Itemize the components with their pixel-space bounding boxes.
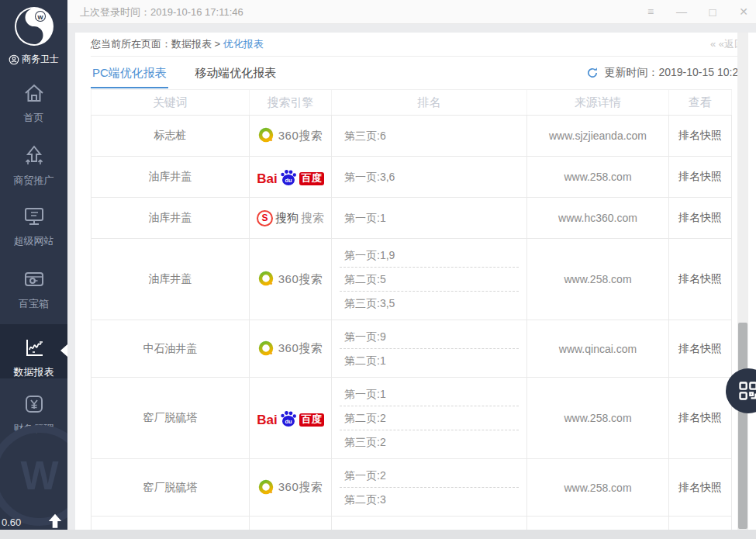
rank-cell: 第一页:9第二页:1 [331,320,526,377]
svg-text:du: du [285,177,292,184]
col-header-engine: 搜索引擎 [249,90,331,115]
sidebar-item-reports[interactable]: 数据报表 [0,324,67,378]
brand-name: 商务卫士 [22,53,59,66]
table-row: 标志桩360搜索第三页:6www.sjzjieanda.com排名快照 [91,116,732,157]
breadcrumb: 您当前所在页面：数据报表 > 优化报表 « «返回 [91,33,744,57]
keyword-cell: 油库井盖 [91,239,249,320]
svg-text:w: w [36,13,43,21]
keyword-cell: 脱硫净化塔 [91,517,249,530]
sidebar-item-label: 百宝箱 [19,298,49,309]
vertical-scrollbar[interactable] [737,33,748,530]
snapshot-link[interactable]: 排名快照 [668,198,732,238]
snapshot-link[interactable]: 排名快照 [668,239,732,320]
engine-logo-360: 360搜索 [258,340,323,358]
sidebar-item-promotion[interactable]: 商贸推广 [0,143,67,188]
breadcrumb-current[interactable]: 优化报表 [223,38,264,50]
source-link[interactable]: www.258.com [526,517,668,530]
rank-value: 第一页:2 [340,464,519,487]
engine-cell: 360搜索 [249,320,331,377]
report-table: 关键词 搜索引擎 排名 来源详情 查看 标志桩360搜索第三页:6www.sjz… [91,89,732,530]
engine-cell: Baidu百度 [249,157,331,197]
snapshot-link[interactable]: 排名快照 [668,517,732,530]
engine-cell: 360搜索 [249,239,331,320]
rank-cell: 第二页:10 [331,517,526,530]
snapshot-link[interactable]: 排名快照 [668,320,732,377]
engine-cell: 360搜索 [249,116,331,156]
rank-value: 第一页:3,6 [340,165,519,188]
rank-cell: 第一页:1 [331,198,526,238]
website-icon [0,204,67,229]
engine-cell: Baidu百度 [249,378,331,458]
snapshot-link[interactable]: 排名快照 [668,459,732,516]
title-bar: 上次登录时间：2019-10-16 17:11:46 ≡ — □ ✕ [67,0,756,24]
rank-cell: 第一页:1第二页:2第三页:2 [331,378,526,458]
snapshot-link[interactable]: 排名快照 [668,116,732,156]
rank-value: 第一页:1 [340,382,519,406]
source-link[interactable]: www.258.com [526,157,668,197]
engine-logo-360: 360搜索 [258,271,323,288]
window-maximize-icon[interactable]: □ [706,6,719,18]
finance-icon [0,392,67,416]
table-row: 油库井盖S搜狗搜索第一页:1www.hc360.com排名快照 [91,198,732,239]
keyword-cell: 油库井盖 [91,198,249,238]
table-row: 窑厂脱硫塔Baidu百度第一页:1第二页:2第三页:2www.258.com排名… [91,378,732,459]
rank-value: 第一页:1 [340,206,519,230]
window-menu-icon[interactable]: ≡ [644,6,657,17]
window-bottom-edge [0,530,756,539]
rank-value: 第一页:1,9 [340,244,519,267]
rank-cell: 第一页:1,9第二页:5第三页:3,5 [331,239,526,320]
sidebar-item-home[interactable]: 首页 [0,81,67,125]
table-row: 窑厂脱硫塔360搜索第一页:2第二页:3www.258.com排名快照 [91,459,732,517]
rank-value: 第三页:3,5 [340,291,519,315]
col-header-rank: 排名 [331,90,526,115]
table-row: 油库井盖Baidu百度第一页:3,6www.258.com排名快照 [91,157,732,198]
source-link[interactable]: www.258.com [526,378,668,458]
col-header-view: 查看 [668,90,732,115]
source-link[interactable]: www.sjzjieanda.com [526,116,668,156]
main-panel: 您当前所在页面：数据报表 > 优化报表 « «返回 PC端优化报表 移动端优化报… [75,33,756,530]
toolbox-icon [0,267,67,292]
report-table-body: 标志桩360搜索第三页:6www.sjzjieanda.com排名快照油库井盖B… [91,116,732,530]
sidebar-item-label: 数据报表 [14,366,54,378]
source-link[interactable]: www.hc360.com [526,198,668,238]
rank-value: 第二页:1 [340,348,519,372]
rank-value: 第二页:3 [340,487,519,511]
back-to-top-icon[interactable] [47,513,64,530]
engine-logo-360: 360搜索 [258,127,323,144]
sidebar-item-label: 超级网站 [14,235,54,247]
tab-mobile-report[interactable]: 移动端优化报表 [193,57,278,87]
qr-code-icon [737,380,756,402]
refresh-icon[interactable] [586,67,599,79]
scrollbar-thumb[interactable] [738,323,747,529]
version-text: 0.60 [2,517,21,528]
source-link[interactable]: www.qincai.com [526,320,668,377]
col-header-source: 来源详情 [526,90,668,115]
snapshot-link[interactable]: 排名快照 [668,157,732,197]
keyword-cell: 油库井盖 [91,157,249,197]
sidebar-item-label: 商贸推广 [14,174,54,186]
source-link[interactable]: www.258.com [526,459,668,516]
snapshot-link[interactable]: 排名快照 [668,378,732,458]
rank-value: 第一页:9 [340,325,519,348]
breadcrumb-prefix: 您当前所在页面：数据报表 > [91,38,220,50]
table-row: 油库井盖360搜索第一页:1,9第二页:5第三页:3,5www.258.com排… [91,239,732,320]
rank-cell: 第一页:3,6 [331,157,526,197]
engine-cell: S搜狗搜索 [249,198,331,238]
last-login-text: 上次登录时间：2019-10-16 17:11:46 [80,5,243,19]
engine-logo-baidu: Baidu百度 [257,168,323,185]
keyword-cell: 窑厂脱硫塔 [91,459,249,516]
rank-value: 第二页:5 [340,267,519,291]
source-link[interactable]: www.258.com [526,239,668,320]
sidebar-item-label: 首页 [24,112,44,123]
update-time-text: 更新时间：2019-10-15 10:29 [604,66,744,80]
window-close-icon[interactable]: ✕ [737,6,750,17]
tab-pc-report[interactable]: PC端优化报表 [91,57,168,88]
active-item-arrow [60,344,67,357]
engine-cell: Baidu百度 [249,517,331,530]
rank-cell: 第一页:2第二页:3 [331,459,526,516]
sidebar-item-website[interactable]: 超级网站 [0,204,67,248]
promotion-icon [0,143,67,168]
window-minimize-icon[interactable]: — [675,6,688,17]
sidebar-item-toolbox[interactable]: 百宝箱 [0,267,67,311]
engine-cell: 360搜索 [249,459,331,516]
